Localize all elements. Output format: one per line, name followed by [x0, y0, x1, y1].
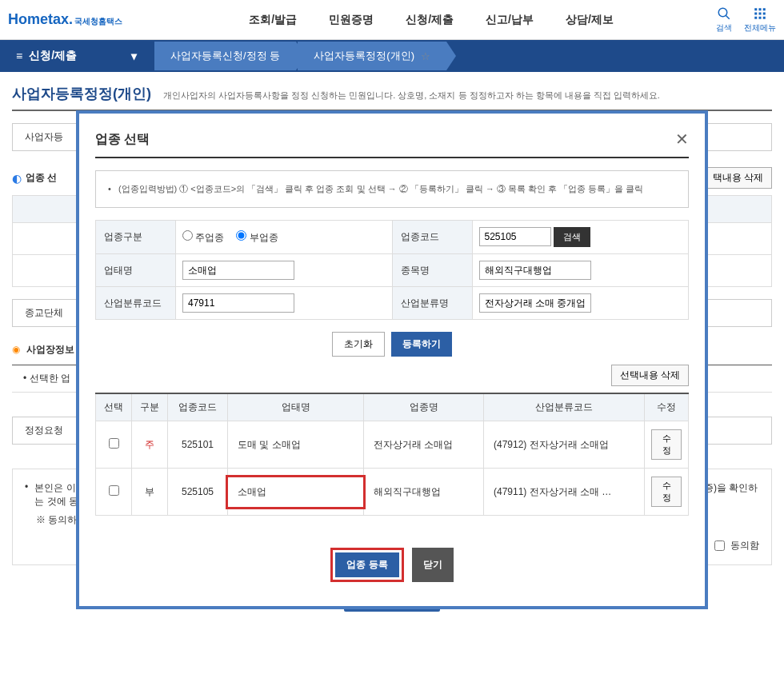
indname-input[interactable]	[479, 293, 591, 313]
menu-button[interactable]: 전체메뉴	[744, 6, 776, 34]
gubun-label: 업종구분	[96, 221, 176, 254]
industry-cell: (47912) 전자상거래 소매업	[484, 421, 645, 469]
svg-rect-5	[754, 12, 757, 14]
section-title: 업종 선	[26, 171, 57, 185]
nav-cert[interactable]: 민원증명	[329, 13, 374, 27]
radio-sub-text: 부업종	[250, 232, 278, 243]
help-box: • (업종입력방법) ① <업종코드>의 「검색」 클릭 후 업종 조회 및 선…	[95, 170, 689, 208]
typename-input[interactable]	[182, 261, 294, 280]
selected-label: 선택한 업	[30, 373, 70, 384]
close-button[interactable]: 닫기	[412, 548, 454, 582]
page-title-row: 사업자등록정정(개인) 개인사업자의 사업자등록사항을 정정 신청하는 민원입니…	[12, 84, 772, 111]
delete-content-button[interactable]: 택내용 삭제	[704, 167, 772, 189]
row-checkbox[interactable]	[109, 438, 119, 449]
search-button[interactable]: 검색	[716, 6, 732, 34]
svg-point-0	[718, 8, 727, 17]
svg-rect-2	[754, 8, 757, 10]
indname-label: 산업분류명	[392, 287, 472, 320]
bullet-icon: •	[108, 184, 111, 193]
nav-apply[interactable]: 신청/제출	[406, 13, 454, 27]
page-title: 사업자등록정정(개인)	[12, 84, 151, 103]
chevron-down-icon: ▾	[131, 50, 137, 62]
breadcrumb-1[interactable]: 사업자등록신청/정정 등	[154, 42, 296, 70]
search-icon	[717, 6, 731, 21]
page-desc: 개인사업자의 사업자등록사항을 정정 신청하는 민원입니다. 상호명, 소재지 …	[163, 90, 660, 102]
svg-rect-4	[763, 8, 766, 10]
sub-nav: ≡ 신청/제출 ▾ 사업자등록신청/정정 등 사업자등록정정(개인) ☆	[0, 40, 784, 72]
typename-cell-highlighted: 소매업	[228, 477, 363, 507]
star-icon[interactable]: ☆	[421, 50, 430, 62]
register-highlight: 업종 등록	[330, 548, 403, 582]
hamburger-icon: ≡	[16, 50, 22, 62]
nav-lookup[interactable]: 조회/발급	[249, 13, 297, 27]
register-button[interactable]: 업종 등록	[335, 552, 398, 577]
modal-right-actions: 선택내용 삭제	[95, 365, 689, 386]
row-checkbox[interactable]	[109, 485, 119, 496]
subnav-main-label: 신청/제출	[29, 49, 77, 63]
delete-selected-button[interactable]: 선택내용 삭제	[611, 365, 689, 386]
typename-label: 업태명	[96, 254, 176, 287]
industry-modal: 업종 선택 ✕ • (업종입력방법) ① <업종코드>의 「검색」 클릭 후 업…	[76, 110, 708, 609]
grid-icon	[753, 6, 767, 21]
breadcrumb-2[interactable]: 사업자등록정정(개인) ☆	[298, 42, 446, 70]
indcode-input[interactable]	[182, 293, 294, 313]
th-edit: 수정	[645, 393, 689, 421]
religious-label: 종교단체	[25, 307, 63, 318]
menu-label: 전체메뉴	[744, 22, 776, 34]
correction-label: 정정요청	[25, 425, 63, 436]
typename-cell: 도매 및 소매업	[228, 421, 364, 469]
svg-line-1	[726, 15, 730, 19]
itemname-input[interactable]	[479, 261, 591, 280]
nav-report[interactable]: 신고/납부	[486, 13, 534, 27]
code-cell: 525105	[168, 469, 228, 516]
radio-sub-label[interactable]: 부업종	[236, 230, 278, 245]
close-icon[interactable]: ✕	[675, 130, 689, 149]
radio-main[interactable]	[182, 230, 193, 241]
tab-label: 사업자등	[25, 131, 63, 142]
th-typename: 업태명	[228, 393, 364, 421]
edit-button[interactable]: 수정	[651, 429, 682, 460]
itemname-cell: 전자상거래 소매업	[364, 421, 484, 469]
code-cell: 525101	[168, 421, 228, 469]
th-gubun: 구분	[132, 393, 168, 421]
th-select: 선택	[96, 393, 132, 421]
search-button[interactable]: 검색	[554, 227, 590, 247]
nav-consult[interactable]: 상담/제보	[566, 13, 614, 27]
gubun-cell: 주	[145, 439, 154, 450]
bullet-icon: ◐	[12, 172, 22, 185]
agree-text: 동의함	[730, 540, 759, 551]
reset-button[interactable]: 초기화	[332, 332, 385, 357]
code-input[interactable]	[479, 227, 551, 246]
subnav-main[interactable]: ≡ 신청/제출 ▾	[0, 40, 153, 72]
svg-rect-3	[759, 8, 762, 10]
radio-sub[interactable]	[236, 230, 246, 241]
bullet-orange-icon: ◉	[12, 344, 20, 355]
itemname-cell: 해외직구대행업	[364, 469, 484, 516]
logo-text: Hometax.	[8, 11, 73, 28]
radio-main-label[interactable]: 주업종	[182, 230, 224, 245]
header-actions: 검색 전체메뉴	[716, 6, 776, 34]
th-code: 업종코드	[168, 393, 228, 421]
logo-sub: 국세청홈택스	[74, 16, 122, 27]
agree-checkbox[interactable]	[714, 540, 725, 551]
itemname-label: 종목명	[392, 254, 472, 287]
modal-form: 업종구분 주업종 부업종 업종코드 검색 업태명 종목명	[95, 220, 689, 320]
main-header: Hometax. 국세청홈택스 조회/발급 민원증명 신청/제출 신고/납부 상…	[0, 0, 784, 40]
indcode-label: 산업분류코드	[96, 287, 176, 320]
modal-bottom-actions: 업종 등록 닫기	[95, 548, 689, 582]
main-nav: 조회/발급 민원증명 신청/제출 신고/납부 상담/제보	[146, 13, 716, 27]
bullet-icon: •	[25, 481, 28, 509]
gubun-radio-group: 주업종 부업종	[182, 230, 386, 245]
breadcrumb-1-label: 사업자등록신청/정정 등	[170, 49, 280, 63]
list-row: 주 525101 도매 및 소매업 전자상거래 소매업 (47912) 전자상거…	[96, 421, 689, 469]
svg-rect-7	[763, 12, 766, 14]
svg-rect-9	[759, 16, 762, 18]
list-row: 부 525105 소매업 해외직구대행업 (47911) 전자상거래 소매 … …	[96, 469, 689, 516]
register-item-button[interactable]: 등록하기	[391, 332, 452, 357]
gubun-cell: 부	[132, 469, 168, 516]
edit-button[interactable]: 수정	[651, 477, 682, 507]
th-itemname: 업종명	[364, 393, 484, 421]
logo[interactable]: Hometax. 국세청홈택스	[8, 11, 122, 28]
modal-title: 업종 선택	[95, 131, 150, 148]
code-label: 업종코드	[392, 221, 472, 254]
